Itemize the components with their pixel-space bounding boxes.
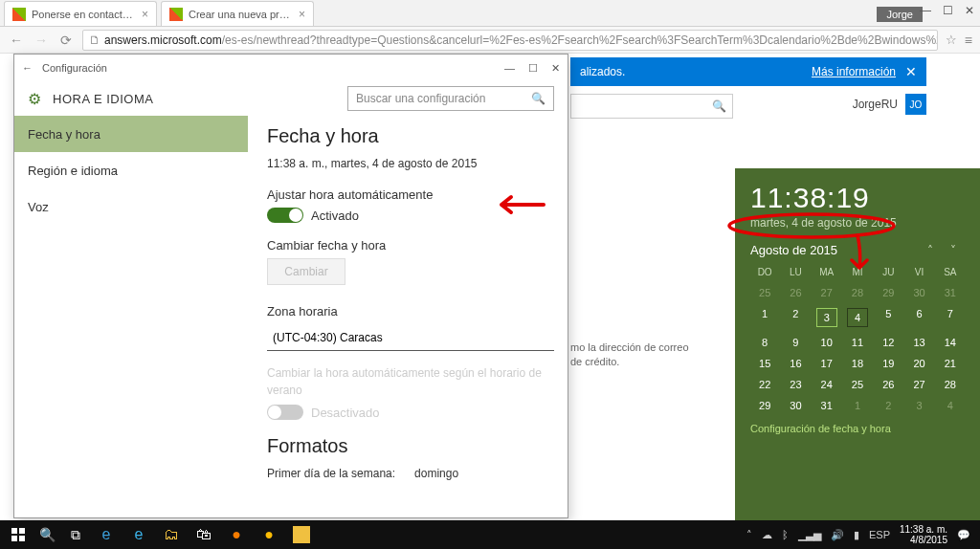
tab-close-icon[interactable]: × — [299, 8, 305, 21]
calendar-day[interactable]: 23 — [781, 379, 810, 390]
calendar-day[interactable]: 18 — [843, 358, 872, 369]
settings-window-title: Configuración — [42, 62, 107, 74]
close-icon[interactable]: ✕ — [965, 4, 974, 17]
tray-bluetooth-icon[interactable]: ᛒ — [782, 529, 789, 540]
start-button[interactable] — [4, 520, 33, 549]
calendar-day[interactable]: 4 — [936, 400, 965, 411]
browser-tab[interactable]: Ponerse en contacto con × — [4, 1, 157, 26]
banner-link[interactable]: Más información — [812, 65, 896, 78]
tray-notifications-icon[interactable]: 💬 — [957, 529, 970, 541]
nav-item-voz[interactable]: Voz — [14, 188, 248, 225]
calendar-day[interactable]: 8 — [750, 337, 779, 348]
timezone-select[interactable]: (UTC-04:30) Caracas — [267, 324, 554, 351]
calendar-day[interactable]: 30 — [904, 287, 933, 298]
calendar-day[interactable]: 3 — [816, 308, 837, 327]
calendar-day[interactable]: 25 — [750, 287, 779, 298]
calendar-day[interactable]: 17 — [813, 358, 841, 369]
calendar-day[interactable]: 24 — [813, 379, 841, 390]
calendar-month-label[interactable]: Agosto de 2015 — [750, 243, 837, 257]
settings-search-input[interactable]: Buscar una configuración 🔍 — [347, 86, 554, 111]
tray-battery-icon[interactable]: ▮ — [854, 529, 859, 541]
calendar-day[interactable]: 4 — [847, 308, 868, 327]
favicon-icon — [12, 8, 26, 21]
close-icon[interactable]: ✕ — [551, 62, 560, 75]
svg-rect-1 — [11, 528, 17, 534]
calendar-settings-link[interactable]: Configuración de fecha y hora — [750, 423, 965, 434]
calendar-day[interactable]: 1 — [750, 308, 779, 327]
chevron-up-icon[interactable]: ˄ — [919, 244, 942, 257]
calendar-day[interactable]: 2 — [874, 400, 902, 411]
address-bar[interactable]: 🗋 answers.microsoft.com/es-es/newthread?… — [82, 30, 938, 51]
minimize-icon[interactable]: — — [920, 4, 931, 17]
calendar-day[interactable]: 10 — [813, 337, 841, 348]
calendar-day[interactable]: 13 — [904, 337, 933, 348]
site-search-input[interactable]: 🔍 — [570, 94, 733, 119]
settings-titlebar[interactable]: ← Configuración — ☐ ✕ — [14, 55, 568, 81]
nav-item-fecha-hora[interactable]: Fecha y hora — [14, 116, 248, 152]
calendar-day[interactable]: 27 — [904, 379, 933, 390]
calendar-day[interactable]: 6 — [904, 308, 933, 327]
calendar-day[interactable]: 28 — [936, 379, 965, 390]
calendar-day[interactable]: 12 — [874, 337, 902, 348]
banner-close-icon[interactable]: ✕ — [905, 64, 917, 79]
calendar-day[interactable]: 16 — [781, 358, 810, 369]
site-user[interactable]: JorgeRU JO — [853, 94, 926, 115]
calendar-day[interactable]: 30 — [781, 400, 810, 411]
calendar-day[interactable]: 26 — [781, 287, 810, 298]
calendar-day[interactable]: 5 — [874, 308, 902, 327]
calendar-day[interactable]: 14 — [936, 337, 965, 348]
calendar-day[interactable]: 31 — [813, 400, 841, 411]
back-icon[interactable]: ← — [8, 33, 25, 48]
forward-icon[interactable]: → — [33, 33, 50, 48]
search-icon[interactable]: 🔍 — [33, 520, 61, 549]
minimize-icon[interactable]: — — [504, 62, 515, 75]
calendar-day[interactable]: 25 — [843, 379, 872, 390]
calendar-day[interactable]: 15 — [750, 358, 779, 369]
tray-language[interactable]: ESP — [869, 529, 890, 540]
bookmark-icon[interactable]: ☆ — [946, 33, 957, 47]
app-edge-icon[interactable]: e — [90, 520, 122, 549]
browser-tabstrip: Ponerse en contacto con × Crear una nuev… — [0, 0, 980, 27]
reload-icon[interactable]: ⟳ — [57, 33, 75, 48]
tray-onedrive-icon[interactable]: ☁ — [762, 529, 772, 541]
calendar-day[interactable]: 7 — [936, 308, 965, 327]
app-chrome-icon[interactable]: ● — [253, 520, 285, 549]
task-view-icon[interactable]: ⧉ — [61, 520, 90, 549]
calendar-day[interactable]: 11 — [843, 337, 872, 348]
calendar-day[interactable]: 9 — [781, 337, 810, 348]
calendar-day[interactable]: 29 — [874, 287, 902, 298]
tray-network-icon[interactable]: ▁▃▅ — [798, 529, 821, 541]
tab-close-icon[interactable]: × — [142, 8, 148, 21]
app-store-icon[interactable]: 🛍 — [188, 520, 220, 549]
page-content: alizados. Más información ✕ 🔍 JorgeRU JO… — [0, 54, 980, 520]
app-explorer-icon[interactable]: 🗂 — [155, 520, 188, 549]
app-generic-icon[interactable] — [285, 520, 318, 549]
calendar-day[interactable]: 26 — [874, 379, 902, 390]
calendar-day[interactable]: 3 — [904, 400, 933, 411]
nav-item-region-idioma[interactable]: Región e idioma — [14, 152, 248, 188]
calendar-day[interactable]: 28 — [843, 287, 872, 298]
calendar-day[interactable]: 22 — [750, 379, 779, 390]
tray-volume-icon[interactable]: 🔊 — [831, 529, 844, 541]
app-ie-icon[interactable]: e — [122, 520, 155, 549]
app-firefox-icon[interactable]: ● — [220, 520, 253, 549]
calendar-day[interactable]: 19 — [874, 358, 902, 369]
calendar-day[interactable]: 1 — [843, 400, 872, 411]
calendar-day[interactable]: 2 — [781, 308, 810, 327]
calendar-day[interactable]: 20 — [904, 358, 933, 369]
calendar-day[interactable]: 31 — [936, 287, 965, 298]
maximize-icon[interactable]: ☐ — [943, 4, 953, 17]
calendar-day[interactable]: 21 — [936, 358, 965, 369]
calendar-day[interactable]: 29 — [750, 400, 779, 411]
window-controls: — ☐ ✕ — [920, 4, 974, 17]
maximize-icon[interactable]: ☐ — [528, 62, 538, 75]
chrome-profile-chip[interactable]: Jorge — [877, 7, 923, 22]
auto-time-toggle[interactable]: Activado — [267, 208, 548, 223]
settings-back-icon[interactable]: ← — [22, 62, 33, 74]
taskbar-clock[interactable]: 11:38 a. m. 4/8/2015 — [900, 524, 947, 545]
chevron-down-icon[interactable]: ˅ — [942, 244, 965, 257]
tray-chevron-icon[interactable]: ˄ — [746, 529, 752, 541]
calendar-day[interactable]: 27 — [813, 287, 841, 298]
chrome-menu-icon[interactable]: ≡ — [965, 33, 972, 48]
browser-tab[interactable]: Crear una nueva pregunta × — [161, 1, 314, 26]
